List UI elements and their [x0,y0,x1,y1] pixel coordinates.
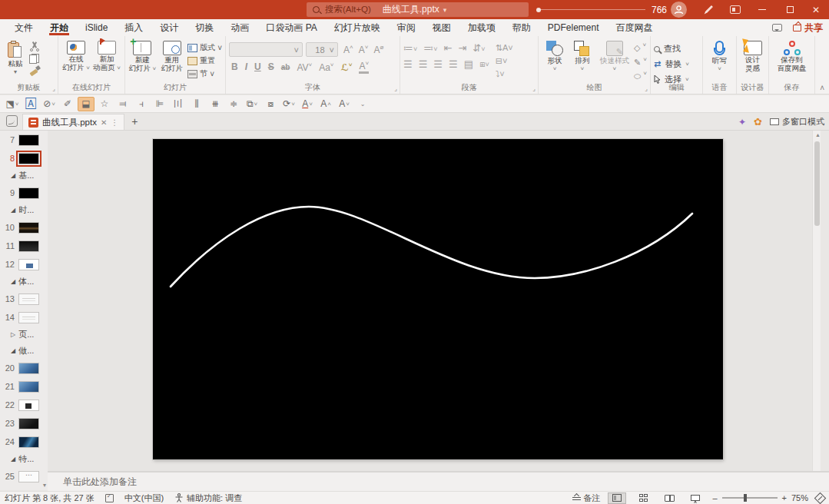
spell-check-icon[interactable] [105,494,114,502]
tab-islide[interactable]: iSlide [77,19,116,36]
font-dialog-launcher[interactable]: ⌟ [394,85,397,92]
pen-edit-icon[interactable] [703,4,715,18]
grow-font-button[interactable]: A˄ [343,44,353,55]
slide-thumb-14[interactable]: 14 [0,308,48,327]
tab-review[interactable]: 审阅 [389,19,424,36]
accessibility-status[interactable]: 辅助功能: 调查 [174,492,242,504]
close-tab-icon[interactable]: ✕ [101,118,107,127]
section-button[interactable]: 节˅ [187,68,222,79]
tab-insert[interactable]: 插入 [116,19,151,36]
strikethrough-button[interactable]: S [268,61,274,72]
notes-pane[interactable]: 单击此处添加备注 [48,471,829,491]
rotate-objects-icon[interactable]: ⟳˅ [280,97,297,111]
find-button[interactable]: 查找 [654,43,689,55]
more-tools-icon[interactable]: ⌄ [354,97,371,111]
text-columns-button[interactable]: ⊞˅ [479,61,489,68]
shape-effects-button[interactable]: ⬭ ˅ [634,70,647,81]
replace-button[interactable]: ⇄替换˅ [654,58,689,70]
tab-home[interactable]: 开始 [41,19,77,36]
tab-baidu-netdisk[interactable]: 百度网盘 [608,19,662,36]
layout-button[interactable]: 版式˅ [187,42,222,53]
reading-view-button[interactable] [660,492,678,504]
character-spacing-button[interactable]: AV˅ [297,61,312,73]
align-right-button[interactable]: ☰ [433,58,443,70]
slide-thumb-25[interactable]: 25 [0,467,48,486]
justify-button[interactable]: ☰ [449,58,458,70]
zoom-in-button[interactable]: + [782,493,787,502]
slide-thumb-24[interactable]: 24 [0,433,48,451]
font-color-button[interactable]: A˅ [359,60,369,74]
tab-pocket-animation[interactable]: 口袋动画 PA [257,19,325,36]
layout-panel-icon[interactable] [730,5,741,14]
align-top-objects-icon[interactable]: 〣 [170,97,187,111]
shape-fill-button[interactable]: ◇ ˅ [634,41,647,53]
sidebar-scroll-down-icon[interactable]: ▾ [43,482,46,489]
font-name-combo[interactable]: ˅ [229,42,303,57]
save-to-baidu-button[interactable]: 保存到百度网盘 [772,39,811,73]
shape-select-tool-icon[interactable]: ⬓ [78,97,95,111]
convert-smartart-button[interactable]: ⤵˅ [496,69,513,78]
minimize-button[interactable] [749,0,775,19]
slideshow-view-button[interactable] [686,492,705,504]
tab-transitions[interactable]: 切换 [187,19,222,36]
italic-button[interactable]: I [245,61,247,72]
slide-thumb-11[interactable]: 11 [0,237,48,255]
slide-thumb-10[interactable]: 10 [0,218,48,237]
maximize-button[interactable] [777,0,803,19]
magic-wand-icon[interactable]: ✦ [738,117,746,128]
shapes-button[interactable]: 形状 ˅ [542,39,568,72]
decrease-indent-button[interactable]: ⇤ [444,42,453,54]
tab-options-icon[interactable]: ⋮ [111,118,118,127]
slide-thumb-20[interactable]: 20 [0,359,48,377]
tab-view[interactable]: 视图 [424,19,459,36]
increase-font-icon[interactable]: A˄ [317,97,334,111]
tab-animations[interactable]: 动画 [222,19,257,36]
reuse-slides-button[interactable]: 重用幻灯片 [158,39,187,73]
text-box-icon[interactable]: 🄰 [22,97,39,111]
highlight-button[interactable]: ℒ˅ [341,61,353,73]
reset-button[interactable]: 重置 [187,55,222,66]
collapse-ribbon-icon[interactable]: ˄ [820,84,824,92]
align-bottom-objects-icon[interactable]: ⧻ [207,97,224,111]
cut-icon[interactable] [29,41,40,51]
bring-forward-icon[interactable]: ⧉˅ [244,97,260,111]
no-fill-icon[interactable]: ⊘˅ [41,97,58,111]
align-middle-objects-icon[interactable]: ⫼ [188,97,205,111]
close-button[interactable]: ✕ [803,0,829,19]
star-shape-icon[interactable]: ☆ [96,97,113,111]
drawing-dialog-launcher[interactable]: ⌟ [645,85,648,92]
columns-button[interactable]: ▤ [464,58,473,70]
align-left-button[interactable]: ☰ [403,58,413,70]
slide-thumb-7[interactable]: 7 [0,131,48,149]
slide-editing-area[interactable]: ▲ [48,131,821,471]
shrink-font-button[interactable]: A˅ [359,44,369,55]
section-row[interactable]: ◢体... [0,274,48,290]
document-tab[interactable]: 曲线工具.pptx ✕ ⋮ [22,114,124,130]
multi-window-mode-button[interactable]: 多窗口模式 [770,116,824,128]
tab-addins[interactable]: 加载项 [459,19,504,36]
slide-sorter-view-button[interactable] [634,492,652,504]
slide-thumb-23[interactable]: 23 [0,414,48,433]
bezier-curve[interactable] [171,207,692,287]
slide-thumb-8-selected[interactable]: 8 [0,149,48,167]
zoom-slider[interactable] [722,497,778,498]
bullets-button[interactable]: ≔˅ [403,42,417,54]
zoom-slider-thumb[interactable] [744,494,747,502]
double-strike-button[interactable]: ab [281,63,290,71]
decrease-font-icon[interactable]: A˅ [336,97,353,111]
tab-pdfelement[interactable]: PDFelement [539,19,608,36]
copy-icon[interactable] [29,54,39,64]
distribute-objects-icon[interactable]: ≑ [225,97,242,111]
format-painter-icon[interactable] [29,66,40,76]
align-text-button[interactable]: ⊟˅ [496,56,513,66]
home-page-icon[interactable] [6,115,18,127]
font-color-icon[interactable]: A˅ [299,97,316,111]
tab-help[interactable]: 帮助 [504,19,539,36]
increase-indent-button[interactable]: ⇥ [458,42,466,54]
notes-toggle-button[interactable]: 备注 [572,492,600,504]
shape-outline-button[interactable]: ✎ ˅ [634,56,647,68]
section-row[interactable]: ◢特... [0,451,48,467]
new-slide-button[interactable]: 新建幻灯片 ˅ [128,39,157,73]
language-indicator[interactable]: 中文(中国) [124,492,164,504]
new-animation-page-button[interactable]: 新加动画页 ˅ [92,39,121,72]
